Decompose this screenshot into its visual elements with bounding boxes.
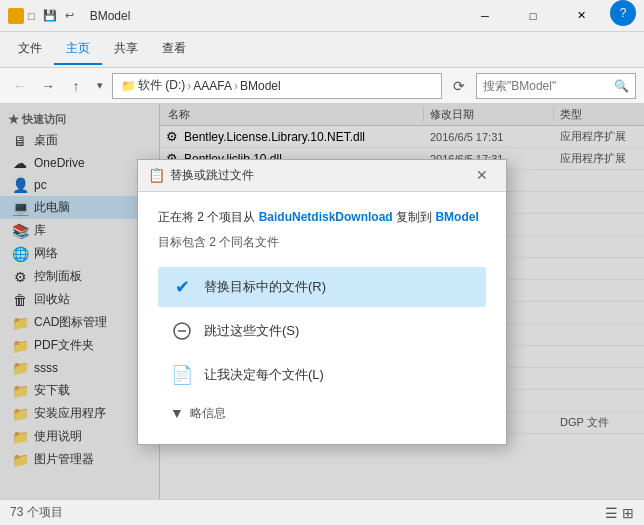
decide-icon: 📄 xyxy=(170,363,194,387)
nav-forward-button[interactable]: → xyxy=(36,74,60,98)
maximize-button[interactable]: □ xyxy=(510,0,556,32)
window-title: BModel xyxy=(90,9,131,23)
dialog-option-replace[interactable]: ✔ 替换目标中的文件(R) xyxy=(158,267,486,307)
dialog-option-replace-label: 替换目标中的文件(R) xyxy=(204,278,326,296)
tab-share[interactable]: 共享 xyxy=(102,34,150,65)
status-bar: 73 个项目 ☰ ⊞ xyxy=(0,499,644,525)
main-layout: ★ 快速访问 🖥 桌面 ☁ OneDrive 👤 pc 💻 此电脑 📚 库 🌐 … xyxy=(0,104,644,499)
replace-icon: ✔ xyxy=(170,275,194,299)
view-details-button[interactable]: ☰ xyxy=(605,505,618,521)
dialog-title: 替换或跳过文件 xyxy=(170,167,468,184)
tab-view[interactable]: 查看 xyxy=(150,34,198,65)
help-button[interactable]: ? xyxy=(610,0,636,26)
dialog-option-decide[interactable]: 📄 让我决定每个文件(L) xyxy=(158,355,486,395)
folder-icon xyxy=(8,8,24,24)
search-input[interactable] xyxy=(483,79,610,93)
search-icon: 🔍 xyxy=(614,79,629,93)
view-tiles-button[interactable]: ⊞ xyxy=(622,505,634,521)
skip-icon xyxy=(170,319,194,343)
nav-up-button[interactable]: ↑ xyxy=(64,74,88,98)
breadcrumb-current: BModel xyxy=(240,79,281,93)
title-bar-left: □ 💾 ↩ BModel xyxy=(8,8,130,24)
dialog-more-info-label: 略信息 xyxy=(190,405,226,422)
breadcrumb-folder1: AAAFA xyxy=(193,79,232,93)
tab-file[interactable]: 文件 xyxy=(6,34,54,65)
dialog-option-decide-label: 让我决定每个文件(L) xyxy=(204,366,324,384)
undo-icon: ↩ xyxy=(65,9,74,22)
dialog-close-button[interactable]: ✕ xyxy=(468,161,496,189)
dialog-count: 目标包含 2 个同名文件 xyxy=(158,234,486,251)
quick-access-icon: □ xyxy=(28,10,35,22)
dialog-option-skip-label: 跳过这些文件(S) xyxy=(204,322,299,340)
title-bar: □ 💾 ↩ BModel ─ □ ✕ ? xyxy=(0,0,644,32)
address-path[interactable]: 📁 软件 (D:) › AAAFA › BModel xyxy=(112,73,442,99)
recent-locations-button[interactable]: ▾ xyxy=(92,78,108,94)
chevron-down-icon: ▼ xyxy=(170,405,184,421)
dialog-dest: BModel xyxy=(435,210,478,224)
title-bar-controls: ─ □ ✕ ? xyxy=(462,0,636,32)
tab-home[interactable]: 主页 xyxy=(54,34,102,65)
close-button[interactable]: ✕ xyxy=(558,0,604,32)
dialog-source: BaiduNetdiskDownload xyxy=(259,210,393,224)
dialog-body: 正在将 2 个项目从 BaiduNetdiskDownload 复制到 BMod… xyxy=(138,192,506,444)
address-bar: ← → ↑ ▾ 📁 软件 (D:) › AAAFA › BModel ⟳ 🔍 xyxy=(0,68,644,104)
minimize-button[interactable]: ─ xyxy=(462,0,508,32)
ribbon: 文件 主页 共享 查看 xyxy=(0,32,644,68)
dialog-info-line1: 正在将 2 个项目从 BaiduNetdiskDownload 复制到 BMod… xyxy=(158,208,486,226)
search-box[interactable]: 🔍 xyxy=(476,73,636,99)
dialog-icon: 📋 xyxy=(148,167,164,183)
dialog-more-info[interactable]: ▼ 略信息 xyxy=(158,399,486,428)
save-icon: 💾 xyxy=(43,9,57,22)
breadcrumb-drive: 📁 软件 (D:) xyxy=(121,77,185,94)
nav-back-button[interactable]: ← xyxy=(8,74,32,98)
status-count: 73 个项目 xyxy=(10,504,63,521)
dialog-title-bar: 📋 替换或跳过文件 ✕ xyxy=(138,160,506,192)
dialog-option-skip[interactable]: 跳过这些文件(S) xyxy=(158,311,486,351)
dialog-overlay: 📋 替换或跳过文件 ✕ 正在将 2 个项目从 BaiduNetdiskDownl… xyxy=(0,104,644,499)
refresh-button[interactable]: ⟳ xyxy=(446,73,472,99)
replace-dialog: 📋 替换或跳过文件 ✕ 正在将 2 个项目从 BaiduNetdiskDownl… xyxy=(137,159,507,445)
